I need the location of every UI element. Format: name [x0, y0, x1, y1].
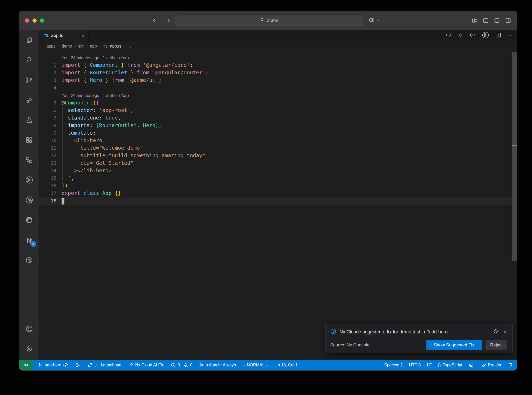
sidebar-item-containers[interactable] — [19, 251, 39, 271]
language-status[interactable]: {} TypeScript — [438, 363, 462, 367]
warning-icon — [183, 363, 188, 368]
chevron-down-icon[interactable] — [377, 18, 380, 23]
rocket-icon — [87, 363, 92, 368]
close-window-button[interactable] — [25, 18, 29, 23]
code-line-7: 7 standalone: true, — [39, 114, 517, 122]
git-blame-annotation: You, 24 minutes ago | 1 author (You) — [39, 91, 517, 99]
code-text: import { RouterOutlet } from '@angular/r… — [62, 69, 209, 76]
sidebar-item-project-graph[interactable] — [19, 170, 39, 190]
breadcrumb-overflow[interactable]: ... — [128, 44, 131, 49]
sidebar-item-edge-browser[interactable] — [19, 210, 39, 231]
sidebar-item-explorer[interactable] — [19, 30, 39, 50]
code-line-2: 2import { RouterOutlet } from '@angular/… — [39, 69, 517, 76]
line-number: 13 — [39, 159, 62, 167]
line-number: 6 — [39, 107, 62, 114]
breadcrumb-file[interactable]: app.ts — [110, 44, 121, 49]
git-branch-status[interactable]: add-hero — [38, 363, 68, 368]
notification-settings-icon[interactable] — [493, 328, 499, 336]
sidebar-item-testing[interactable] — [19, 110, 39, 130]
show-suggested-fix-button[interactable]: Show Suggested Fix — [426, 340, 482, 350]
line-number: 2 — [39, 69, 62, 76]
indentation-status[interactable]: Spaces: 2 — [384, 363, 403, 367]
copilot-icon — [468, 362, 474, 368]
history-back-icon[interactable] — [151, 17, 158, 24]
code-editor[interactable]: You, 24 minutes ago | 1 author (You)1imp… — [39, 51, 517, 360]
code-line-4: 4 — [39, 84, 517, 91]
notification-title: Nx Cloud suggested a fix for demo:test i… — [340, 329, 489, 335]
cursor-position-status[interactable]: Ln 18, Col 1 — [275, 363, 298, 367]
sidebar-item-source-control[interactable] — [19, 70, 39, 90]
account-icon — [25, 325, 33, 334]
split-editor-icon[interactable] — [495, 32, 502, 40]
launchpad-status[interactable]: Launchpad — [87, 363, 121, 368]
accounts-button[interactable] — [19, 319, 39, 339]
code-text: import { Component } from '@angular/core… — [62, 61, 193, 69]
line-number: 15 — [39, 174, 62, 182]
more-actions-icon[interactable]: ⋯ — [507, 32, 513, 39]
breadcrumb-item[interactable]: app — [90, 44, 97, 49]
toggle-panel-icon[interactable] — [494, 17, 500, 24]
tab-close-icon[interactable]: ✕ — [81, 33, 85, 38]
double-check-icon — [480, 363, 486, 367]
breadcrumb-item[interactable]: src — [78, 44, 84, 49]
notification-close-icon[interactable]: ✕ — [503, 329, 507, 335]
nx-cloud-ai-fix-status[interactable]: Nx Cloud AI Fix — [128, 363, 164, 368]
notification-toast: Nx Cloud suggested a fix for demo:test i… — [325, 324, 513, 353]
sidebar-item-nx-workspace[interactable] — [19, 150, 39, 170]
code-line-18: 18 — [39, 197, 517, 205]
sidebar-item-graph-search[interactable] — [19, 190, 39, 210]
line-number: 16 — [39, 182, 62, 189]
run-target-graph-icon[interactable] — [482, 31, 489, 40]
goto-next-change-icon[interactable] — [469, 32, 476, 40]
copilot-icon[interactable] — [368, 16, 375, 24]
history-forward-icon[interactable] — [165, 17, 172, 24]
problems-status[interactable]: 0 0 — [171, 363, 192, 368]
extensions-icon — [25, 136, 33, 145]
zoom-window-button[interactable] — [40, 18, 44, 23]
code-text: }) — [62, 182, 68, 189]
tab-bar: TS app.ts ✕ ⋯ — [39, 30, 517, 41]
nx-graph-status[interactable] — [75, 363, 80, 368]
sidebar-item-extensions[interactable] — [19, 130, 39, 150]
code-text: imports: [RouterOutlet, Hero], — [62, 122, 162, 129]
notifications-bell[interactable] — [508, 363, 513, 368]
tab-app-ts[interactable]: TS app.ts ✕ — [39, 30, 89, 41]
git-blame-annotation: You, 24 minutes ago | 1 author (You) — [39, 54, 517, 61]
code-rows: You, 24 minutes ago | 1 author (You)1imp… — [39, 51, 517, 360]
editor-scrollbar[interactable] — [512, 52, 517, 261]
current-change-icon[interactable] — [457, 32, 464, 40]
vim-mode-status[interactable]: -- NORMAL -- — [243, 363, 268, 367]
toggle-primary-sidebar-icon[interactable] — [483, 17, 489, 24]
git-branch-icon — [38, 363, 43, 368]
command-center-search[interactable]: acme — [175, 16, 363, 25]
line-number: 18 — [39, 197, 62, 205]
eol-status[interactable]: LF — [427, 363, 432, 367]
container-cube-icon — [25, 256, 33, 265]
activity-bar: N› 3 — [19, 30, 39, 360]
copilot-status[interactable] — [468, 362, 474, 368]
graph-search-icon — [25, 196, 34, 205]
minimize-window-button[interactable] — [32, 18, 37, 23]
line-number: 11 — [39, 144, 62, 152]
breadcrumb-item[interactable]: apps — [46, 44, 56, 49]
braces-icon: {} — [438, 363, 441, 367]
encoding-status[interactable]: UTF-8 — [409, 363, 421, 367]
gear-icon — [25, 345, 33, 354]
breadcrumb-item[interactable]: demo — [62, 44, 72, 49]
toggle-secondary-sidebar-icon[interactable] — [505, 17, 511, 24]
line-number: 12 — [39, 152, 62, 159]
overview-ruler-cursor-mark — [512, 145, 517, 146]
remote-indicator[interactable]: >< — [19, 360, 33, 370]
customize-layout-icon[interactable] — [471, 17, 478, 24]
reject-button[interactable]: Reject — [486, 340, 507, 350]
indent-guide — [75, 144, 75, 167]
sidebar-item-search[interactable] — [19, 50, 39, 70]
code-text: template: ` — [62, 129, 102, 137]
editor-cursor — [62, 198, 64, 205]
sidebar-item-nx-console[interactable]: N› 3 — [19, 231, 39, 251]
prettier-status[interactable]: Prettier — [480, 363, 501, 367]
sidebar-item-run-debug[interactable] — [19, 90, 39, 110]
settings-button[interactable] — [19, 339, 39, 359]
auto-attach-status[interactable]: Auto Attach: Always — [199, 363, 236, 367]
goto-previous-change-icon[interactable] — [445, 32, 452, 40]
